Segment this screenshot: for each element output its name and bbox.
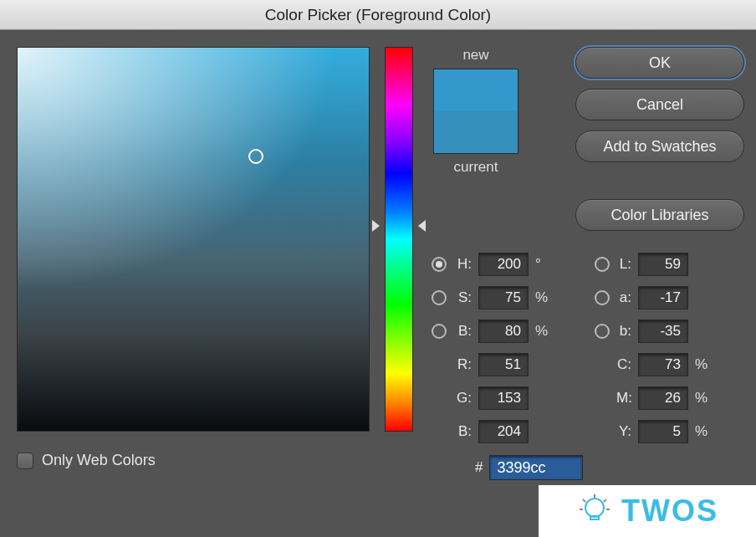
y-row: Y: % bbox=[595, 420, 743, 443]
saturation-brightness-field[interactable] bbox=[17, 47, 370, 432]
m-label: M: bbox=[616, 390, 631, 407]
color-libraries-button[interactable]: Color Libraries bbox=[575, 199, 744, 231]
labb-label: b: bbox=[616, 323, 631, 340]
svg-line-3 bbox=[604, 499, 606, 502]
r-input[interactable] bbox=[478, 353, 529, 376]
blue-row: B: bbox=[432, 420, 580, 443]
y-label: Y: bbox=[616, 423, 631, 440]
add-to-swatches-button[interactable]: Add to Swatches bbox=[575, 130, 744, 162]
brightness-unit: % bbox=[535, 323, 552, 340]
titlebar: Color Picker (Foreground Color) bbox=[0, 0, 756, 30]
sb-cursor[interactable] bbox=[248, 149, 263, 164]
color-swatch bbox=[433, 69, 518, 154]
l-radio[interactable] bbox=[595, 257, 610, 272]
cancel-button[interactable]: Cancel bbox=[575, 89, 744, 120]
h-radio[interactable] bbox=[432, 257, 447, 272]
a-radio[interactable] bbox=[595, 290, 610, 305]
h-label: H: bbox=[453, 256, 472, 273]
watermark: TWOS bbox=[539, 485, 756, 537]
hex-label: # bbox=[475, 459, 483, 476]
m-input[interactable] bbox=[638, 386, 688, 410]
g-row: G: bbox=[432, 386, 580, 410]
hex-row: # bbox=[428, 455, 748, 480]
swatch-current-label: current bbox=[454, 159, 498, 176]
s-radio[interactable] bbox=[432, 290, 447, 305]
brightness-row: B: % bbox=[432, 320, 580, 343]
brightness-label: B: bbox=[453, 323, 472, 340]
g-label: G: bbox=[453, 390, 472, 407]
labb-radio[interactable] bbox=[595, 324, 610, 339]
brightness-input[interactable] bbox=[478, 320, 529, 343]
s-label: S: bbox=[453, 289, 472, 306]
swatch-new-label: new bbox=[462, 47, 488, 64]
h-input[interactable] bbox=[478, 253, 529, 276]
brightness-radio[interactable] bbox=[432, 324, 447, 339]
c-unit: % bbox=[695, 356, 712, 373]
c-label: C: bbox=[616, 356, 631, 373]
watermark-text: TWOS bbox=[621, 494, 718, 529]
s-input[interactable] bbox=[478, 286, 529, 309]
labb-row: b: bbox=[595, 320, 743, 343]
lightbulb-icon bbox=[576, 493, 613, 529]
hue-slider-handle[interactable] bbox=[377, 220, 421, 232]
only-web-colors-label: Only Web Colors bbox=[42, 452, 156, 469]
a-label: a: bbox=[616, 289, 631, 306]
hue-slider[interactable] bbox=[385, 47, 413, 432]
r-label: R: bbox=[453, 356, 472, 373]
m-row: M: % bbox=[595, 386, 743, 410]
swatch-current[interactable] bbox=[434, 111, 518, 153]
s-row: S: % bbox=[432, 286, 580, 309]
s-unit: % bbox=[535, 289, 552, 306]
l-row: L: bbox=[595, 253, 743, 276]
swatch-new bbox=[434, 69, 518, 111]
a-row: a: bbox=[595, 286, 743, 309]
r-row: R: bbox=[432, 353, 580, 376]
c-row: C: % bbox=[595, 353, 743, 376]
c-input[interactable] bbox=[638, 353, 688, 376]
h-row: H: ° bbox=[432, 253, 580, 276]
window-title: Color Picker (Foreground Color) bbox=[265, 6, 491, 24]
blue-input[interactable] bbox=[478, 420, 529, 443]
blue-label: B: bbox=[453, 423, 472, 440]
g-input[interactable] bbox=[478, 386, 529, 410]
h-unit: ° bbox=[535, 256, 552, 273]
hex-input[interactable] bbox=[489, 455, 583, 480]
ok-button[interactable]: OK bbox=[575, 47, 744, 79]
a-input[interactable] bbox=[638, 286, 688, 309]
y-unit: % bbox=[695, 423, 712, 440]
l-label: L: bbox=[616, 256, 631, 273]
only-web-colors-row[interactable]: Only Web Colors bbox=[17, 452, 370, 469]
labb-input[interactable] bbox=[638, 320, 688, 343]
only-web-colors-checkbox[interactable] bbox=[17, 453, 33, 469]
l-input[interactable] bbox=[638, 253, 688, 276]
svg-point-0 bbox=[585, 499, 604, 517]
svg-line-2 bbox=[583, 499, 585, 502]
m-unit: % bbox=[695, 390, 712, 407]
y-input[interactable] bbox=[638, 420, 688, 443]
